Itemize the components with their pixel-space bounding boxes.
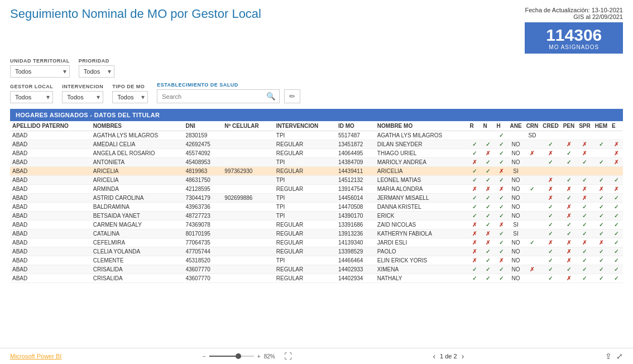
table-cell: ✗ <box>610 140 623 149</box>
table-cell: REGULAR <box>274 149 336 158</box>
table-cell: ✓ <box>468 265 481 274</box>
col-intervencion: INTERVENCION <box>274 121 336 131</box>
intervencion-select-wrapper[interactable]: Todos <box>62 91 103 103</box>
table-cell: MARIA ALONDRA <box>375 185 468 194</box>
zoom-minus[interactable]: − <box>203 353 206 360</box>
export-icon-button[interactable]: ⇪ <box>605 352 612 361</box>
table-cell: ✗ <box>468 158 481 167</box>
table-cell: ✗ <box>610 185 623 194</box>
table-cell <box>222 149 274 158</box>
table-cell: ✓ <box>495 203 508 212</box>
stat-number: 114306 <box>535 26 613 44</box>
table-cell: ✓ <box>577 229 593 238</box>
table-row[interactable]: ABADANGELA DEL ROSARIO45574092REGULAR140… <box>10 149 623 158</box>
table-cell: SI <box>508 221 524 229</box>
table-cell: ✓ <box>561 158 577 167</box>
prioridad-select[interactable]: Todos <box>79 65 114 78</box>
filter-tipo-mo: TIPO DE MO Todos <box>112 84 148 103</box>
table-row[interactable]: ABADARMINDA42128595REGULAR13914754MARIA … <box>10 185 623 194</box>
table-row[interactable]: ABADCRISALIDA43607770REGULAR14402933XIME… <box>10 265 623 274</box>
search-icon-button[interactable]: 🔍 <box>263 90 279 103</box>
tipo-mo-select-wrapper[interactable]: Todos <box>112 91 148 103</box>
fullscreen-icon-button[interactable]: ⛶ <box>284 352 292 361</box>
table-row[interactable]: ABADCRISALIDA43607770REGULAR14402934NATH… <box>10 274 623 283</box>
table-row[interactable]: ABADCATALINA80170195REGULAR13913236KATHE… <box>10 229 623 238</box>
col-nombres: NOMBRES <box>91 121 184 131</box>
table-cell: ✗ <box>593 238 610 247</box>
table-cell: LEONEL MATIAS <box>375 176 468 185</box>
expand-icon-button[interactable]: ⤢ <box>616 352 623 361</box>
table-cell: ✓ <box>593 194 610 203</box>
table-container[interactable]: APELLIDO PATERNO NOMBRES DNI Nº CELULAR … <box>10 121 623 283</box>
table-cell: ✓ <box>468 140 481 149</box>
table-cell: 77064735 <box>183 238 222 247</box>
unidad-territorial-select-wrapper[interactable]: Todos <box>10 65 70 78</box>
filter-prioridad: PRIORIDAD Todos <box>79 58 114 78</box>
prioridad-select-wrapper[interactable]: Todos <box>79 65 114 78</box>
table-row[interactable]: ABADARICELIA4819963997362930REGULAR14439… <box>10 167 623 176</box>
zoom-plus[interactable]: + <box>257 353 261 360</box>
table-row[interactable]: ABADCLELIA YOLANDA47705744REGULAR1339852… <box>10 247 623 256</box>
table-cell: ✓ <box>524 185 541 194</box>
table-row[interactable]: ABADASTRID CAROLINA73044179902699886TPI1… <box>10 194 623 203</box>
table-cell: ✓ <box>468 167 481 176</box>
table-cell: ✗ <box>540 176 560 185</box>
table-cell: ✗ <box>468 238 481 247</box>
table-cell: THIAGO URIEL <box>375 149 468 158</box>
table-cell: ✗ <box>577 238 593 247</box>
intervencion-select[interactable]: Todos <box>62 91 103 103</box>
table-cell: ✓ <box>610 203 623 212</box>
gestor-local-select-wrapper[interactable]: Todos <box>10 91 53 103</box>
powerbi-link[interactable]: Microsoft Power BI <box>10 353 61 360</box>
table-row[interactable]: ABADARICELIA48631750TPI14512132LEONEL MA… <box>10 176 623 185</box>
pagination-prev[interactable]: ‹ <box>433 352 435 361</box>
tipo-mo-select[interactable]: Todos <box>112 91 148 103</box>
table-cell: ✗ <box>468 185 481 194</box>
table-row[interactable]: ABADAGATHA LYS MILAGROS2830159TPI5517487… <box>10 131 623 140</box>
pagination-next[interactable]: › <box>462 352 464 361</box>
table-cell: ✓ <box>468 274 481 283</box>
table-row[interactable]: ABADAMEDALI CELIA42692475REGULAR13451872… <box>10 140 623 149</box>
table-row[interactable]: ABADBETSAIDA YANET48727723TPI14390170ERI… <box>10 212 623 221</box>
table-row[interactable]: ABADBALDRAMINA43963736TPI14470508DANNA K… <box>10 203 623 212</box>
table-cell: ✗ <box>495 221 508 229</box>
pencil-button[interactable]: ✏ <box>284 89 300 103</box>
table-cell: ARMINDA <box>91 185 184 194</box>
table-cell: ✓ <box>468 212 481 221</box>
table-cell: ✓ <box>481 140 495 149</box>
table-cell: 14439411 <box>336 167 375 176</box>
table-cell: 73044179 <box>183 194 222 203</box>
table-cell: NO <box>508 238 524 247</box>
table-cell: ✓ <box>468 194 481 203</box>
table-row[interactable]: ABADCLEMENTE45318520TPI14466464ELIN ERIC… <box>10 256 623 265</box>
table-cell: ✓ <box>610 229 623 238</box>
table-cell: ✓ <box>495 229 508 238</box>
table-section: HOGARES ASIGNADOS - DATOS DEL TITULAR AP… <box>10 109 623 283</box>
unidad-territorial-select[interactable]: Todos <box>10 65 70 78</box>
table-cell <box>524 167 541 176</box>
col-crn: CRN <box>524 121 541 131</box>
table-row[interactable]: ABADCEFELMIRA77064735REGULAR14139340JARD… <box>10 238 623 247</box>
table-cell: ✗ <box>540 185 560 194</box>
zoom-slider-fill <box>209 356 238 357</box>
table-cell: NO <box>508 256 524 265</box>
table-row[interactable]: ABADANTONIETA45408953TPI14384709MARIOLY … <box>10 158 623 167</box>
col-ane: ANE <box>508 121 524 131</box>
table-cell: 5517487 <box>336 131 375 140</box>
table-row[interactable]: ABADCARMEN MAGALY74369078REGULAR13391686… <box>10 221 623 229</box>
table-cell: ✓ <box>540 140 560 149</box>
table-cell: ✓ <box>495 194 508 203</box>
col-spr: SPR <box>577 121 593 131</box>
table-cell: ✓ <box>481 265 495 274</box>
gestor-local-select[interactable]: Todos <box>10 91 53 103</box>
search-input[interactable] <box>157 91 263 102</box>
zoom-slider[interactable] <box>209 356 254 357</box>
table-cell <box>524 212 541 221</box>
search-wrapper[interactable]: 🔍 <box>157 89 280 103</box>
table-cell <box>524 176 541 185</box>
table-cell: 43607770 <box>183 265 222 274</box>
table-cell: ✓ <box>495 140 508 149</box>
establecimiento-label: ESTABLECIMIENTO DE SALUD <box>157 82 300 88</box>
table-cell: MARIOLY ANDREA <box>375 158 468 167</box>
table-cell <box>524 203 541 212</box>
